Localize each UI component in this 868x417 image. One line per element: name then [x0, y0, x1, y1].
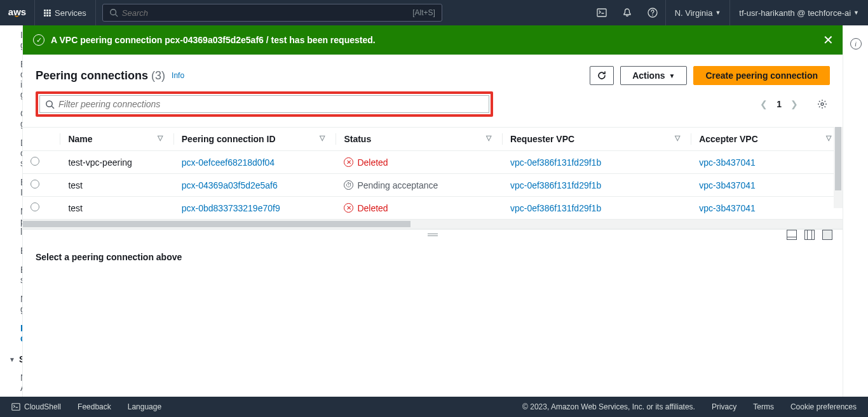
account-menu[interactable]: tf-usr-harikanth @ techforce-ai ▼: [730, 0, 868, 25]
sort-icon[interactable]: ▽: [675, 134, 680, 142]
cell-requester[interactable]: vpc-0ef386f131fd29f1b: [503, 197, 691, 220]
error-icon: ✕: [344, 157, 353, 167]
refresh-icon: [597, 70, 607, 81]
sidebar-item[interactable]: Elastic IPs: [0, 173, 23, 202]
page-prev[interactable]: ❮: [760, 99, 768, 109]
sidebar-item[interactable]: Endpoints: [0, 241, 23, 260]
svg-line-1: [115, 15, 118, 17]
cell-requester[interactable]: vpc-0ef386f131fd29f1b: [503, 174, 691, 197]
detail-panel: Select a peering connection above: [23, 239, 843, 397]
cell-status: ⏱Pending acceptance: [336, 174, 503, 197]
cell-accepter[interactable]: vpc-3b437041: [691, 197, 843, 220]
sidebar-item[interactable]: Peering connections: [0, 319, 23, 348]
vertical-scrollbar[interactable]: [834, 127, 843, 208]
global-search[interactable]: [Alt+S]: [102, 4, 442, 22]
column-header[interactable]: Name▽: [60, 128, 173, 151]
column-header[interactable]: Requester VPC▽: [503, 128, 691, 151]
sidebar-item[interactable]: NAT gateways: [0, 289, 23, 319]
sidebar-item[interactable]: Egress-only internet gateways: [0, 55, 23, 104]
check-circle-icon: [33, 34, 44, 46]
footer-copyright: © 2023, Amazon Web Services, Inc. or its…: [522, 402, 695, 411]
sidebar-item[interactable]: Network ACLs: [0, 368, 23, 397]
create-peering-button[interactable]: Create peering connection: [693, 66, 830, 85]
notifications-button[interactable]: [614, 0, 640, 25]
view-full[interactable]: [822, 230, 832, 240]
sidebar-item[interactable]: Carrier gateways: [0, 104, 23, 133]
refresh-button[interactable]: [590, 66, 614, 85]
view-split-vertical[interactable]: [804, 230, 815, 240]
split-resizer[interactable]: [23, 229, 843, 239]
filter-input[interactable]: [58, 99, 484, 109]
sidebar-group-security[interactable]: ▼Security: [0, 348, 22, 368]
cell-pcx[interactable]: pcx-0efceef68218d0f04: [174, 151, 337, 174]
sidebar-item[interactable]: Managed prefix lists: [0, 202, 23, 241]
cell-name: test: [60, 174, 173, 197]
sort-icon[interactable]: ▽: [486, 134, 491, 142]
triangle-down-icon: ▼: [669, 72, 675, 79]
sidebar-item[interactable]: Internet gateways: [0, 25, 23, 55]
services-label: Services: [55, 8, 86, 18]
footer-cloudshell[interactable]: CloudShell: [11, 402, 61, 411]
terminal-icon: [11, 402, 20, 411]
caret-down-icon: ▼: [853, 10, 859, 16]
region-selector[interactable]: N. Virginia ▼: [665, 0, 731, 25]
view-split-horizontal[interactable]: [787, 230, 797, 240]
error-icon: ✕: [344, 203, 353, 213]
row-radio[interactable]: [31, 202, 39, 211]
search-input[interactable]: [122, 8, 412, 18]
actions-button[interactable]: Actions ▼: [620, 66, 687, 85]
filter-input-container[interactable]: [39, 95, 489, 113]
grid-icon: [44, 10, 51, 17]
sort-icon[interactable]: ▽: [320, 134, 325, 142]
table-row[interactable]: testpcx-04369a03f5d2e5af6⏱Pending accept…: [23, 174, 843, 197]
footer-language[interactable]: Language: [128, 402, 161, 411]
column-header[interactable]: Peering connection ID▽: [174, 128, 337, 151]
sidebar-item[interactable]: Endpoint services: [0, 260, 23, 289]
cell-accepter[interactable]: vpc-3b437041: [691, 151, 843, 174]
table-row[interactable]: test-vpc-peeringpcx-0efceef68218d0f04✕De…: [23, 151, 843, 174]
sidebar-item[interactable]: DHCP option sets: [0, 133, 23, 173]
horizontal-scrollbar[interactable]: [23, 220, 843, 228]
cloudshell-icon-button[interactable]: [589, 0, 614, 25]
table-row[interactable]: testpcx-0bd833733219e70f9✕Deletedvpc-0ef…: [23, 197, 843, 220]
clock-icon: ⏱: [344, 180, 353, 190]
flash-close-button[interactable]: ✕: [823, 34, 834, 46]
preferences-button[interactable]: [815, 96, 830, 112]
cell-pcx[interactable]: pcx-0bd833733219e70f9: [174, 197, 337, 220]
services-button[interactable]: Services: [35, 0, 96, 25]
row-radio[interactable]: [31, 157, 39, 166]
row-radio[interactable]: [31, 180, 39, 189]
column-header[interactable]: Accepter VPC▽: [691, 128, 843, 151]
sort-icon[interactable]: ▽: [826, 134, 831, 142]
detail-message: Select a peering connection above: [36, 252, 830, 262]
help-button[interactable]: [640, 0, 665, 25]
flash-message: A VPC peering connection pcx-04369a03f5d…: [51, 35, 376, 45]
gear-icon: [817, 99, 827, 109]
drag-handle-icon: [428, 234, 438, 236]
bell-icon: [622, 8, 632, 18]
svg-point-6: [821, 103, 824, 105]
item-count: (3): [151, 69, 165, 82]
svg-rect-2: [597, 9, 606, 17]
cell-requester[interactable]: vpc-0ef386f131fd29f1b: [503, 151, 691, 174]
cell-accepter[interactable]: vpc-3b437041: [691, 174, 843, 197]
footer-feedback[interactable]: Feedback: [78, 402, 111, 411]
peering-table: Name▽Peering connection ID▽Status▽Reques…: [23, 127, 843, 220]
footer-cookies[interactable]: Cookie preferences: [790, 402, 857, 411]
footer-terms[interactable]: Terms: [753, 402, 774, 411]
cell-pcx[interactable]: pcx-04369a03f5d2e5af6: [174, 174, 337, 197]
terminal-icon: [597, 8, 607, 18]
page-title: Peering connections (3): [36, 69, 165, 83]
sort-icon[interactable]: ▽: [158, 134, 163, 142]
column-header[interactable]: Status▽: [336, 128, 503, 151]
footer-privacy[interactable]: Privacy: [712, 402, 736, 411]
aws-logo[interactable]: aws⌣: [0, 0, 35, 25]
cell-name: test-vpc-peering: [60, 151, 173, 174]
right-rail: i: [843, 25, 868, 397]
info-link[interactable]: Info: [172, 71, 184, 80]
page-next[interactable]: ❯: [790, 99, 798, 109]
cell-status: ✕Deleted: [336, 197, 503, 220]
search-shortcut: [Alt+S]: [412, 8, 435, 17]
info-icon[interactable]: i: [850, 38, 862, 50]
success-flash: A VPC peering connection pcx-04369a03f5d…: [23, 25, 843, 55]
